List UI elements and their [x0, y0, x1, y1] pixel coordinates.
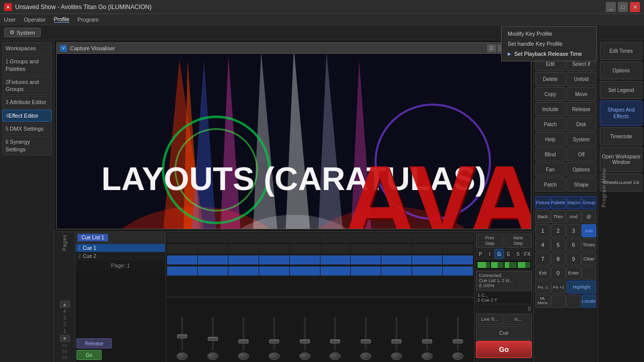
- back-button[interactable]: Back: [535, 210, 550, 223]
- track-1-9[interactable]: [412, 266, 442, 276]
- track-1-3[interactable]: [228, 266, 259, 276]
- locate-button[interactable]: Locate: [582, 295, 597, 308]
- encoder-fx-button[interactable]: FX: [523, 249, 532, 259]
- cue-button[interactable]: Cue: [476, 326, 532, 340]
- live-time-button[interactable]: Live Ti...: [476, 314, 504, 325]
- fixture-button[interactable]: Fixture: [535, 196, 550, 209]
- close-button[interactable]: ✕: [630, 2, 640, 12]
- track-4-9[interactable]: [412, 233, 442, 242]
- track-3-7[interactable]: [351, 244, 381, 253]
- release-button[interactable]: Release: [567, 102, 597, 116]
- track-2-2[interactable]: [198, 255, 228, 264]
- track-3-2[interactable]: [198, 244, 228, 253]
- track-4-10[interactable]: [443, 233, 473, 242]
- track-1-8[interactable]: [381, 266, 412, 276]
- track-4-1[interactable]: [167, 233, 197, 242]
- menu-user[interactable]: User: [4, 17, 16, 23]
- timecode-button[interactable]: Timecode: [600, 127, 642, 145]
- track-3-3[interactable]: [228, 244, 259, 253]
- track-2-10[interactable]: [443, 255, 473, 264]
- ml-menu-button[interactable]: MLMenu: [535, 295, 550, 308]
- enter-button[interactable]: Enter: [566, 266, 581, 280]
- shapes-and-effects-button[interactable]: Shapes And Effects: [600, 101, 642, 126]
- track-2-1[interactable]: [167, 255, 197, 264]
- dropdown-modify-key-profile[interactable]: Modify Key Profile: [502, 29, 596, 39]
- fan-button[interactable]: Fan: [535, 162, 566, 176]
- edit-times-button[interactable]: Edit Times: [600, 42, 642, 60]
- menu-profile[interactable]: Profile: [54, 16, 69, 23]
- include-button[interactable]: Include: [535, 102, 566, 116]
- sidebar-item-synergy-settings[interactable]: 6 Synergy Settings: [2, 136, 52, 155]
- track-3-5[interactable]: [290, 244, 320, 253]
- track-2-6[interactable]: [320, 255, 351, 264]
- track-2-5[interactable]: [290, 255, 320, 264]
- track-2-4[interactable]: [259, 255, 289, 264]
- encoder-s-button[interactable]: S: [514, 249, 523, 259]
- fix-minus-button[interactable]: Fix -1: [535, 281, 550, 294]
- exit-button[interactable]: Exit: [535, 266, 550, 280]
- fader-8-thumb[interactable]: [391, 339, 401, 343]
- num-1-button[interactable]: 1: [535, 224, 550, 237]
- num-9-button[interactable]: 9: [566, 252, 581, 265]
- track-4-3[interactable]: [228, 233, 259, 242]
- track-2-9[interactable]: [412, 255, 442, 264]
- dot-button[interactable]: .: [582, 266, 597, 280]
- release-button[interactable]: Release: [76, 338, 112, 348]
- sidebar-item-groups-palettes[interactable]: 1 Groups and Palettes: [2, 55, 52, 75]
- num-2-button[interactable]: 2: [551, 224, 566, 237]
- track-2-7[interactable]: [351, 255, 381, 264]
- blind-button[interactable]: Blind: [535, 147, 566, 161]
- maximize-button[interactable]: □: [618, 2, 628, 12]
- dropdown-set-handle-key-profile[interactable]: Set handle Key Profile: [502, 39, 596, 49]
- disk-button[interactable]: Disk: [567, 117, 597, 131]
- track-2-8[interactable]: [381, 255, 412, 264]
- track-3-1[interactable]: [167, 244, 197, 253]
- and-button[interactable]: And: [566, 210, 581, 223]
- num-8-button[interactable]: 8: [551, 252, 566, 265]
- num-3-button[interactable]: 3: [566, 224, 581, 237]
- cue-item-1[interactable]: 1 Cue 1: [76, 244, 165, 252]
- track-1-4[interactable]: [259, 266, 289, 276]
- dropdown-set-playback-release-time[interactable]: Set Playback Release Time: [502, 49, 596, 59]
- pages-up-arrow[interactable]: ▲: [60, 301, 70, 308]
- sidebar-item-attribute-editor[interactable]: 3 Attribute Editor: [2, 96, 52, 108]
- track-2-3[interactable]: [228, 255, 259, 264]
- encoder-i-button[interactable]: I: [486, 249, 495, 259]
- track-4-6[interactable]: [320, 233, 351, 242]
- next-step-button[interactable]: NextStep: [505, 234, 532, 248]
- avo-button[interactable]: Avo: [582, 224, 597, 237]
- track-1-5[interactable]: [290, 266, 320, 276]
- track-1-2[interactable]: [198, 266, 228, 276]
- delete-button[interactable]: Delete: [535, 72, 566, 86]
- fader-7-thumb[interactable]: [361, 339, 371, 343]
- fader-1-thumb[interactable]: [177, 334, 187, 338]
- track-3-8[interactable]: [381, 244, 412, 253]
- num-4-button[interactable]: 4: [535, 238, 550, 251]
- track-1-7[interactable]: [351, 266, 381, 276]
- times-button[interactable]: Times: [582, 238, 597, 251]
- fader-6-thumb[interactable]: [330, 339, 340, 343]
- n-button[interactable]: N...: [505, 314, 532, 325]
- pages-down-arrow[interactable]: ▼: [60, 335, 70, 342]
- group-button[interactable]: Group: [582, 196, 596, 209]
- num-6-button[interactable]: 6: [566, 238, 581, 251]
- track-1-10[interactable]: [443, 266, 473, 276]
- num-7-button[interactable]: 7: [535, 252, 550, 265]
- menu-operator[interactable]: Operator: [24, 17, 45, 23]
- options-button[interactable]: Options: [567, 162, 597, 176]
- track-1-6[interactable]: [320, 266, 351, 276]
- menu-program[interactable]: Program: [77, 17, 99, 23]
- track-3-4[interactable]: [259, 244, 289, 253]
- encoder-p-button[interactable]: P: [476, 249, 485, 259]
- fader-4-thumb[interactable]: [269, 339, 279, 343]
- cue-list-tab[interactable]: Cue List 1: [77, 234, 108, 241]
- track-4-4[interactable]: [259, 233, 289, 242]
- open-workspace-button[interactable]: Open Workspace Window: [600, 147, 642, 172]
- patch2-button[interactable]: Patch: [535, 177, 566, 192]
- patch-button[interactable]: Patch: [535, 117, 566, 131]
- sidebar-item-workspaces[interactable]: Workspaces: [2, 42, 52, 54]
- sidebar-item-dmx-settings[interactable]: 5 DMX Settings: [2, 123, 52, 135]
- prev-step-button[interactable]: PrevStep: [476, 234, 504, 248]
- track-1-1[interactable]: [167, 266, 197, 276]
- fader-9-thumb[interactable]: [422, 339, 432, 343]
